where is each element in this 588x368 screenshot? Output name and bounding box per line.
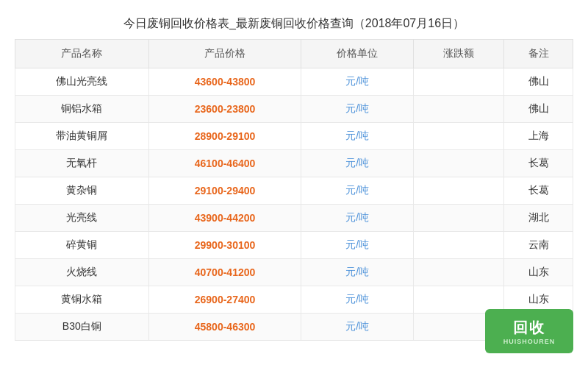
cell-product-price: 45800-46300 xyxy=(148,314,301,341)
cell-product-change xyxy=(413,123,503,150)
cell-product-change xyxy=(413,68,503,96)
cell-product-note: 湖北 xyxy=(504,205,573,232)
cell-product-unit: 元/吨 xyxy=(301,150,413,177)
cell-product-note: 云南 xyxy=(504,232,573,259)
main-container: 今日废铜回收价格表_最新废铜回收价格查询（2018年07月16日） 产品名称 产… xyxy=(0,0,588,355)
cell-product-unit: 元/吨 xyxy=(301,259,413,286)
cell-product-name: 带油黄铜屑 xyxy=(15,123,149,150)
cell-product-unit: 元/吨 xyxy=(301,314,413,341)
table-row: 火烧线40700-41200元/吨山东 xyxy=(15,259,573,286)
table-row: 光亮线43900-44200元/吨湖北 xyxy=(15,205,573,232)
cell-product-price: 26900-27400 xyxy=(148,286,301,314)
cell-product-note: 长葛 xyxy=(504,177,573,205)
table-row: 黄杂铜29100-29400元/吨长葛 xyxy=(15,177,573,205)
cell-product-name: 佛山光亮线 xyxy=(15,68,149,96)
cell-product-price: 29100-29400 xyxy=(148,177,301,205)
watermark-logo: 回收 HUISHOUREN xyxy=(485,309,573,353)
cell-product-unit: 元/吨 xyxy=(301,232,413,259)
table-row: 带油黄铜屑28900-29100元/吨上海 xyxy=(15,123,573,150)
cell-product-change xyxy=(413,205,503,232)
cell-product-name: 光亮线 xyxy=(15,205,149,232)
table-header-row: 产品名称 产品价格 价格单位 涨跌额 备注 xyxy=(15,40,573,68)
header-name: 产品名称 xyxy=(15,40,149,68)
cell-product-change xyxy=(413,96,503,123)
cell-product-unit: 元/吨 xyxy=(301,205,413,232)
cell-product-name: 黄杂铜 xyxy=(15,177,149,205)
cell-product-price: 43600-43800 xyxy=(148,68,301,96)
cell-product-unit: 元/吨 xyxy=(301,68,413,96)
cell-product-name: 黄铜水箱 xyxy=(15,286,149,314)
table-row: 铜铝水箱23600-23800元/吨佛山 xyxy=(15,96,573,123)
table-row: 无氧杆46100-46400元/吨长葛 xyxy=(15,150,573,177)
cell-product-price: 28900-29100 xyxy=(148,123,301,150)
cell-product-name: 铜铝水箱 xyxy=(15,96,149,123)
cell-product-change xyxy=(413,259,503,286)
cell-product-change xyxy=(413,232,503,259)
header-price: 产品价格 xyxy=(148,40,301,68)
price-table: 产品名称 产品价格 价格单位 涨跌额 备注 佛山光亮线43600-43800元/… xyxy=(15,39,573,341)
table-row: 碎黄铜29900-30100元/吨云南 xyxy=(15,232,573,259)
watermark-text-top: 回收 xyxy=(513,318,545,338)
cell-product-note: 长葛 xyxy=(504,150,573,177)
cell-product-unit: 元/吨 xyxy=(301,96,413,123)
cell-product-price: 46100-46400 xyxy=(148,150,301,177)
cell-product-price: 29900-30100 xyxy=(148,232,301,259)
cell-product-note: 佛山 xyxy=(504,68,573,96)
cell-product-unit: 元/吨 xyxy=(301,123,413,150)
cell-product-unit: 元/吨 xyxy=(301,286,413,314)
page-title: 今日废铜回收价格表_最新废铜回收价格查询（2018年07月16日） xyxy=(15,7,573,39)
cell-product-price: 23600-23800 xyxy=(148,96,301,123)
cell-product-name: 碎黄铜 xyxy=(15,232,149,259)
cell-product-price: 40700-41200 xyxy=(148,259,301,286)
table-row: 佛山光亮线43600-43800元/吨佛山 xyxy=(15,68,573,96)
cell-product-note: 上海 xyxy=(504,123,573,150)
cell-product-name: B30白铜 xyxy=(15,314,149,341)
cell-product-name: 无氧杆 xyxy=(15,150,149,177)
cell-product-change xyxy=(413,150,503,177)
cell-product-note: 佛山 xyxy=(504,96,573,123)
watermark-text-bottom: HUISHOUREN xyxy=(503,338,556,345)
header-change: 涨跌额 xyxy=(413,40,503,68)
cell-product-unit: 元/吨 xyxy=(301,177,413,205)
header-note: 备注 xyxy=(504,40,573,68)
cell-product-price: 43900-44200 xyxy=(148,205,301,232)
header-unit: 价格单位 xyxy=(301,40,413,68)
cell-product-change xyxy=(413,177,503,205)
cell-product-note: 山东 xyxy=(504,259,573,286)
cell-product-name: 火烧线 xyxy=(15,259,149,286)
